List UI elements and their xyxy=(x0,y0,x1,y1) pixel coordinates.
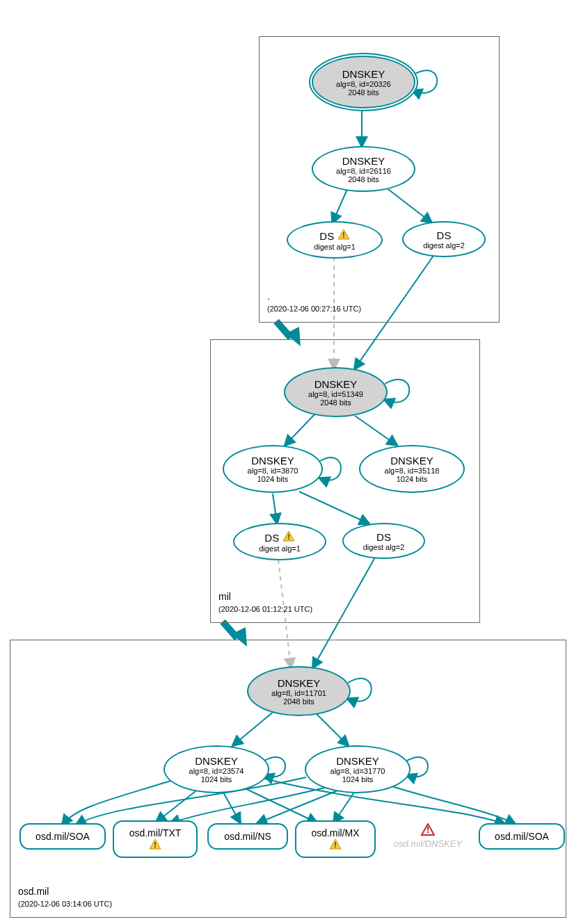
ds-digest: digest alg=2 xyxy=(363,543,405,551)
node-mil-ksk: DNSKEY alg=8, id=51349 2048 bits xyxy=(284,367,388,417)
ds-label: DS xyxy=(264,532,279,544)
svg-rect-6 xyxy=(335,842,336,845)
svg-rect-7 xyxy=(335,846,336,848)
zone-osd-name: osd.mil xyxy=(18,886,49,897)
dnskey-alg: alg=8, id=11701 xyxy=(271,689,326,697)
ds-digest: digest alg=1 xyxy=(259,544,301,553)
dnskey-bits: 2048 bits xyxy=(320,398,351,407)
dnskey-label: DNSKEY xyxy=(314,378,358,390)
zone-osd-time: (2020-12-06 03:14:06 UTC) xyxy=(18,900,112,908)
dnskey-label: DNSKEY xyxy=(195,755,238,767)
node-root-zsk: DNSKEY alg=8, id=26116 2048 bits xyxy=(312,146,415,192)
svg-rect-3 xyxy=(288,538,289,540)
node-root-ds1: DS digest alg=1 xyxy=(287,221,383,259)
rr-label: osd.mil/MX xyxy=(311,827,359,838)
dnskey-label: DNSKEY xyxy=(342,68,385,80)
dnskey-bits: 2048 bits xyxy=(348,175,379,184)
dnskey-alg: alg=8, id=31770 xyxy=(330,767,385,775)
svg-rect-5 xyxy=(154,846,156,848)
zone-root-time: (2020-12-06 00:27:16 UTC) xyxy=(267,305,361,313)
node-mil-zsk2: DNSKEY alg=8, id=35118 1024 bits xyxy=(359,445,465,493)
zone-mil-time: (2020-12-06 01:12:21 UTC) xyxy=(218,605,312,613)
node-osd-zsk2: DNSKEY alg=8, id=31770 1024 bits xyxy=(305,745,410,793)
rr-ghost-label: osd.mil/DNSKEY xyxy=(386,838,470,849)
node-rr-soa2: osd.mil/SOA xyxy=(479,823,565,850)
dnskey-label: DNSKEY xyxy=(390,455,433,467)
svg-rect-8 xyxy=(427,827,429,831)
ds-digest: digest alg=2 xyxy=(423,241,465,250)
dnskey-bits: 1024 bits xyxy=(397,475,428,483)
node-rr-mx: osd.mil/MX xyxy=(295,820,376,858)
rr-label: osd.mil/TXT xyxy=(129,827,182,838)
node-mil-ds1: DS digest alg=1 xyxy=(233,523,326,560)
dnskey-alg: alg=8, id=51349 xyxy=(308,390,363,398)
dnskey-bits: 2048 bits xyxy=(348,88,379,97)
error-icon xyxy=(421,823,435,838)
rr-label: osd.mil/NS xyxy=(224,831,271,842)
warning-icon xyxy=(329,838,342,852)
dnskey-alg: alg=8, id=26116 xyxy=(336,167,391,175)
node-mil-ds2: DS digest alg=2 xyxy=(342,523,425,559)
node-osd-zsk1: DNSKEY alg=8, id=23574 1024 bits xyxy=(164,745,269,793)
warning-icon xyxy=(337,229,350,242)
dnskey-label: DNSKEY xyxy=(342,155,385,167)
svg-rect-4 xyxy=(154,842,156,845)
node-mil-zsk1: DNSKEY alg=8, id=3870 1024 bits xyxy=(223,445,323,493)
dnskey-alg: alg=8, id=23574 xyxy=(189,767,244,775)
dnskey-label: DNSKEY xyxy=(278,677,321,689)
ds-digest: digest alg=1 xyxy=(314,243,356,251)
node-osd-ksk: DNSKEY alg=8, id=11701 2048 bits xyxy=(247,666,351,716)
node-rr-soa1: osd.mil/SOA xyxy=(19,823,106,850)
node-rr-txt: osd.mil/TXT xyxy=(113,820,198,858)
node-root-ksk: DNSKEY alg=8, id=20326 2048 bits xyxy=(312,56,415,108)
node-rr-dnskey-ghost: osd.mil/DNSKEY xyxy=(386,823,470,849)
svg-rect-2 xyxy=(288,534,289,537)
svg-rect-1 xyxy=(343,236,344,238)
svg-rect-0 xyxy=(343,232,344,236)
ds-label: DS xyxy=(376,531,391,543)
dnskey-alg: alg=8, id=35118 xyxy=(385,467,440,475)
dnskey-bits: 1024 bits xyxy=(201,775,232,784)
node-root-ds2: DS digest alg=2 xyxy=(402,221,486,257)
dnskey-label: DNSKEY xyxy=(336,755,379,767)
ds-label: DS xyxy=(437,229,452,241)
dnskey-bits: 1024 bits xyxy=(342,775,374,784)
dnskey-bits: 2048 bits xyxy=(283,697,314,706)
rr-label: osd.mil/SOA xyxy=(35,831,90,842)
dnskey-alg: alg=8, id=3870 xyxy=(248,467,298,475)
dnskey-alg: alg=8, id=20326 xyxy=(336,80,391,88)
dnskey-label: DNSKEY xyxy=(251,455,294,467)
zone-mil-name: mil xyxy=(218,591,231,602)
warning-icon xyxy=(149,838,161,852)
node-rr-ns: osd.mil/NS xyxy=(207,823,288,850)
svg-rect-9 xyxy=(427,832,429,833)
dnskey-bits: 1024 bits xyxy=(257,475,289,483)
rr-label: osd.mil/SOA xyxy=(495,831,549,842)
ds-label: DS xyxy=(319,230,334,242)
warning-icon xyxy=(282,530,295,544)
zone-root-name: . xyxy=(267,291,270,302)
